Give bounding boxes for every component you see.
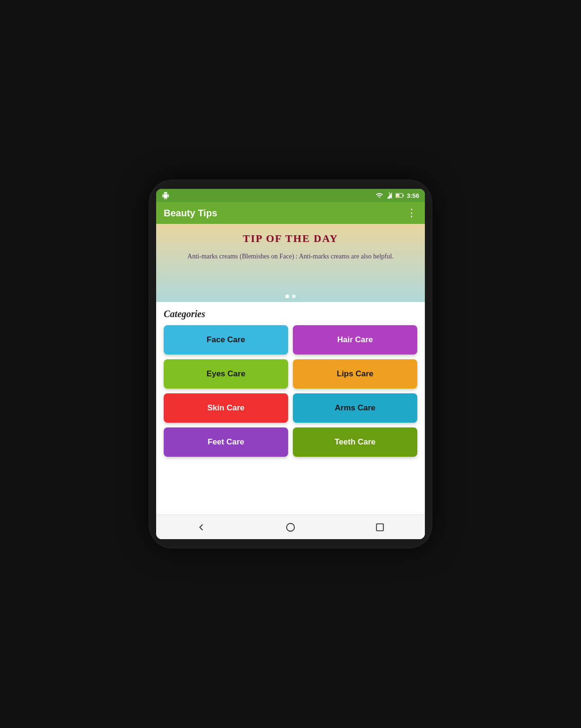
signal-icon bbox=[386, 192, 393, 199]
svg-point-4 bbox=[287, 523, 295, 531]
feet-care-button[interactable]: Feet Care bbox=[164, 427, 288, 457]
tip-text: Anti-marks creams (Blemishes on Face) : … bbox=[166, 251, 415, 262]
time-display: 3:56 bbox=[407, 192, 419, 199]
tip-banner: TIP OF THE DAY Anti-marks creams (Blemis… bbox=[156, 224, 425, 302]
home-button[interactable] bbox=[281, 518, 300, 537]
hair-care-button[interactable]: Hair Care bbox=[293, 325, 417, 355]
recents-button[interactable] bbox=[370, 518, 389, 537]
device-frame: ⚡ 3:56 Beauty Tips ⋮ TIP OF THE DAY Anti… bbox=[149, 179, 432, 549]
lips-care-button[interactable]: Lips Care bbox=[293, 359, 417, 389]
teeth-care-button[interactable]: Teeth Care bbox=[293, 427, 417, 457]
categories-heading: Categories bbox=[164, 309, 417, 320]
status-left bbox=[162, 192, 169, 199]
android-icon bbox=[162, 192, 169, 199]
home-icon bbox=[285, 522, 296, 533]
recents-icon bbox=[375, 522, 385, 533]
nav-bar bbox=[156, 515, 425, 539]
face-care-button[interactable]: Face Care bbox=[164, 325, 288, 355]
svg-text:⚡: ⚡ bbox=[396, 194, 399, 198]
eyes-care-button[interactable]: Eyes Care bbox=[164, 359, 288, 389]
svg-rect-5 bbox=[377, 524, 384, 531]
menu-button[interactable]: ⋮ bbox=[406, 208, 417, 218]
status-right: ⚡ 3:56 bbox=[376, 192, 419, 199]
back-button[interactable] bbox=[192, 518, 211, 537]
battery-icon: ⚡ bbox=[396, 193, 404, 198]
back-icon bbox=[196, 522, 206, 533]
categories-grid: Face Care Hair Care Eyes Care Lips Care … bbox=[164, 325, 417, 457]
dot-1[interactable] bbox=[285, 294, 289, 298]
categories-section: Categories Face Care Hair Care Eyes Care… bbox=[156, 302, 425, 515]
app-bar: Beauty Tips ⋮ bbox=[156, 202, 425, 224]
screen: ⚡ 3:56 Beauty Tips ⋮ TIP OF THE DAY Anti… bbox=[156, 189, 425, 539]
tip-heading: TIP OF THE DAY bbox=[166, 232, 415, 245]
app-title: Beauty Tips bbox=[164, 208, 217, 219]
svg-rect-1 bbox=[403, 195, 404, 196]
dot-2[interactable] bbox=[292, 294, 296, 298]
status-bar: ⚡ 3:56 bbox=[156, 189, 425, 202]
carousel-dots bbox=[285, 294, 296, 298]
arms-care-button[interactable]: Arms Care bbox=[293, 393, 417, 423]
wifi-icon bbox=[376, 192, 383, 199]
skin-care-button[interactable]: Skin Care bbox=[164, 393, 288, 423]
